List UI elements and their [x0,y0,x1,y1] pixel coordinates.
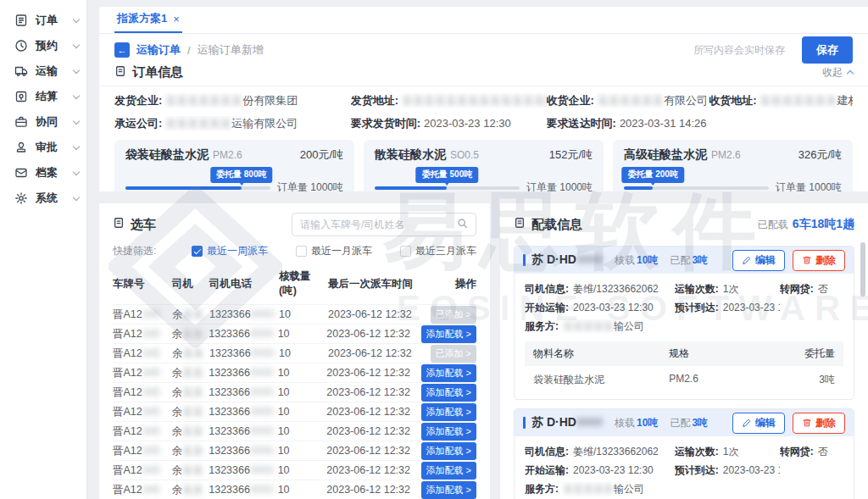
material-qty: 3吨 [783,373,835,387]
product-name: 高级硅酸盐水泥 [624,147,707,163]
masked-text: 0000 [250,445,274,457]
masked-text: 某某 [182,367,203,379]
dispatch-time-cell: 2023-06-12 12:32 [328,347,423,359]
load-card-body: 司机信息:姜维/13233662062 运输次数:1次 转网贷:否 开始运输:2… [515,274,854,399]
back-button[interactable]: ← [114,42,130,58]
masked-text: 345 [142,484,160,496]
close-icon[interactable]: × [173,13,180,25]
add-load-button[interactable]: 已添加 > [431,345,476,363]
consignment-badge: 委托量 800吨 [210,167,272,183]
chevron-down-icon [73,193,80,200]
sidebar-item-label: 档案 [36,165,66,180]
clipboard-icon [514,217,526,232]
table-row: 晋A12345 余某某 13233660000 10 2023-06-12 12… [113,460,476,480]
progress-track: 委托量 800吨 [125,186,270,190]
add-load-button[interactable]: 添加配载 > [421,364,476,382]
sidebar-item-system[interactable]: 系统 [0,186,86,211]
phone-cell: 13233660000 [209,328,277,340]
order-icon [14,14,28,27]
search-input[interactable] [300,219,452,230]
dispatch-time-cell: 2023-06-12 12:32 [326,425,420,437]
masked-text: 345 [142,308,160,320]
order-field: 承运公司: 某某某某某某运输有限公司 [114,116,351,131]
add-load-button[interactable]: 添加配载 > [421,384,476,402]
archive-icon [14,166,28,180]
add-load-button[interactable]: 已添加 > [431,306,476,324]
truck-panel-title: 选车 [131,217,156,233]
sidebar-item-settlement[interactable]: 结算 [0,84,86,109]
progress-track: 委托量 200吨 [624,186,769,190]
chevron-up-icon [847,70,854,77]
sidebar-item-reservation[interactable]: 预约 [0,33,86,58]
add-load-button[interactable]: 添加配载 > [421,403,476,421]
quick-filter-label: 快捷筛选: [113,244,156,258]
loaded-summary-value: 6车18吨1趟 [793,217,854,232]
filter-checkbox-item[interactable]: 最近一月派车 [296,244,372,258]
masked-text: 0000 [251,308,275,320]
start-time: 2023-03-23 12:30 [573,464,654,476]
masked-text: 某某某某某某某 [165,94,242,107]
edit-button[interactable]: 编辑 [732,413,785,434]
main-content: 指派方案1 × ← 运输订单 / 运输订单新增 所写内容会实时保存 保存 订单信… [99,7,868,499]
phone-cell: 13233660000 [209,425,277,437]
masked-text: 某某 [183,347,204,359]
sidebar-item-archive[interactable]: 档案 [0,160,86,186]
plate-cell: 晋A12345 [113,463,172,478]
add-load-button[interactable]: 添加配载 > [421,481,476,499]
checkbox[interactable] [192,246,203,257]
masked-text: 345 [142,347,160,359]
bottom-section: 选车 快捷筛选: 最近一周派车 [99,203,868,499]
checkbox[interactable] [400,246,411,257]
load-cell: 10 [278,328,327,340]
chevron-down-icon [73,91,80,98]
sidebar-item-approval[interactable]: 审批 [0,135,86,160]
save-button[interactable]: 保存 [802,36,853,64]
order-field: 发货企业: 某某某某某某某份有限集团 [114,93,351,108]
add-load-button[interactable]: 添加配载 > [421,462,476,480]
product-card: 散装硅酸水泥 SO0.5 152元/吨 委托量 500吨 订单量 1000吨 委… [364,140,604,191]
material-spec: PM2.6 [669,373,783,387]
rated-load: 核载10吨 [615,253,658,268]
scrollbar[interactable] [860,242,865,297]
loan-flag: 否 [818,282,828,297]
sidebar-item-transport[interactable]: 运输 [0,58,86,84]
filter-checkbox-item[interactable]: 最近一周派车 [192,244,268,258]
search-icon[interactable] [457,217,468,232]
service-provider: 某某某某某输公司 [563,319,644,334]
tab-dispatch-plan[interactable]: 指派方案1 × [114,7,182,33]
add-load-button[interactable]: 添加配载 > [421,442,476,460]
pencil-icon [742,255,752,265]
progress-fill [624,186,653,190]
sidebar-item-label: 审批 [36,140,66,155]
table-row: 晋A12345 余某某 13233660000 10 2023-06-12 12… [113,421,476,441]
load-cell: 10 [279,308,328,320]
delete-button[interactable]: 删除 [793,250,845,271]
sidebar-item-orders[interactable]: 订单 [0,8,86,33]
load-card-list: 苏 D·HD0000 核载10吨 已配3吨 编辑 删除 司机信息: [514,246,854,499]
masked-text: 345 [142,445,160,457]
filter-checkbox-item[interactable]: 最近三月派车 [400,244,476,258]
product-spec: PM2.6 [213,149,242,161]
field-row: 承运公司: 某某某某某某运输有限公司 要求发货时间: 2023-03-23 12… [114,116,853,131]
sidebar-item-label: 协同 [36,114,66,130]
trash-icon [802,255,812,265]
delete-button[interactable]: 删除 [793,413,845,434]
checkbox[interactable] [296,246,307,257]
add-load-button[interactable]: 添加配载 > [421,423,476,441]
masked-text: 某某 [182,328,203,340]
masked-text: 某某某某某 [563,320,614,332]
add-load-button[interactable]: 添加配载 > [421,325,476,343]
sidebar-item-collaboration[interactable]: 协同 [0,109,86,135]
masked-text: 某某 [182,445,203,457]
product-card: 高级硅酸盐水泥 PM2.6 326元/吨 委托量 200吨 订单量 1000吨 … [613,140,853,191]
edit-button[interactable]: 编辑 [732,250,785,271]
masked-text: 345 [142,328,160,340]
breadcrumb-parent[interactable]: 运输订单 [136,42,181,58]
phone-cell: 13233660000 [209,308,279,320]
truck-table-body: 晋A12345 余某某 13233660000 10 2023-06-12 12… [113,304,476,499]
rated-load: 核载10吨 [615,416,658,430]
assigned-load: 已配3吨 [670,253,708,268]
masked-text: 0000 [250,406,274,418]
collapse-toggle[interactable]: 收起 [822,65,853,80]
driver-info: 姜维/13233662062 [573,282,659,297]
